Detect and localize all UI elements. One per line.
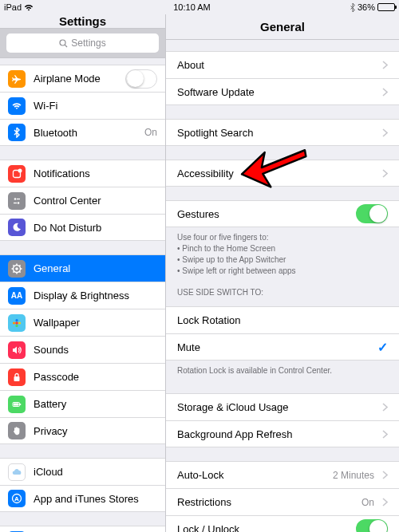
row-gestures[interactable]: Gestures bbox=[166, 200, 399, 227]
sidebar-item-passcode[interactable]: Passcode bbox=[0, 363, 165, 390]
chevron-right-icon bbox=[382, 430, 388, 439]
lock-icon bbox=[8, 368, 26, 386]
search-wrap: Settings bbox=[0, 29, 165, 58]
label-privacy: Privacy bbox=[34, 425, 157, 437]
chevron-right-icon bbox=[382, 498, 388, 506]
label-general: General bbox=[34, 262, 157, 274]
label-lockrot: Lock Rotation bbox=[177, 314, 388, 326]
toggle-airplane[interactable] bbox=[125, 69, 157, 89]
bluetooth-icon bbox=[350, 3, 355, 12]
chevron-right-icon bbox=[382, 128, 388, 137]
row-about[interactable]: About bbox=[166, 51, 399, 78]
svg-point-9 bbox=[15, 267, 18, 270]
sidebar-item-icloud[interactable]: iCloud bbox=[0, 458, 165, 485]
label-airplane: Airplane Mode bbox=[34, 73, 117, 85]
batt-icon bbox=[8, 396, 26, 413]
sidebar-item-wallpaper[interactable]: Wallpaper bbox=[0, 309, 165, 336]
sidebar-item-airplane[interactable]: Airplane Mode bbox=[0, 65, 165, 92]
toggle-lockunlock[interactable] bbox=[356, 519, 388, 532]
sidebar-item-wifi[interactable]: Wi-Fi bbox=[0, 92, 165, 119]
label-bluetooth: Bluetooth bbox=[34, 127, 136, 139]
section-header: USE SIDE SWITCH TO: bbox=[166, 280, 399, 300]
row-restrictions[interactable]: RestrictionsOn bbox=[166, 488, 399, 515]
battery-pct: 36% bbox=[358, 2, 375, 12]
sidebar-item-dnd[interactable]: Do Not Disturb bbox=[0, 214, 165, 241]
toggle-gestures[interactable] bbox=[356, 204, 388, 223]
wifi-icon bbox=[8, 97, 26, 115]
sidebar-item-display[interactable]: AADisplay & Brightness bbox=[0, 282, 165, 309]
label-display: Display & Brightness bbox=[34, 290, 157, 301]
wifi-icon bbox=[24, 4, 34, 11]
search-icon bbox=[59, 39, 68, 48]
sidebar-item-privacy[interactable]: Privacy bbox=[0, 417, 165, 444]
svg-rect-26 bbox=[20, 404, 21, 405]
row-bgrefresh[interactable]: Background App Refresh bbox=[166, 420, 399, 447]
svg-rect-25 bbox=[14, 403, 19, 405]
bt-icon bbox=[8, 124, 26, 141]
label-dnd: Do Not Disturb bbox=[34, 222, 157, 234]
label-storage: Storage & iCloud Usage bbox=[177, 401, 374, 413]
label-wifi: Wi-Fi bbox=[34, 100, 149, 112]
chevron-right-icon bbox=[382, 88, 388, 97]
svg-rect-23 bbox=[14, 376, 20, 381]
chevron-right-icon bbox=[382, 471, 388, 479]
search-placeholder: Settings bbox=[71, 37, 105, 49]
row-update[interactable]: Software Update bbox=[166, 78, 399, 105]
label-lockunlock: Lock / Unlock bbox=[177, 523, 348, 533]
label-notifications: Notifications bbox=[34, 167, 157, 179]
value-autolock: 2 Minutes bbox=[333, 470, 374, 481]
row-accessibility[interactable]: Accessibility bbox=[166, 160, 399, 187]
AA-icon: AA bbox=[8, 287, 26, 305]
clock: 10:10 AM bbox=[173, 2, 210, 12]
label-gestures: Gestures bbox=[177, 208, 348, 220]
section-footer: Use four or five fingers to:• Pinch to t… bbox=[166, 227, 399, 280]
detail-title: General bbox=[166, 14, 399, 40]
sidebar-item-control-center[interactable]: Control Center bbox=[0, 187, 165, 214]
detail-pane: General AboutSoftware UpdateSpotlight Se… bbox=[166, 14, 399, 532]
svg-line-14 bbox=[13, 265, 14, 266]
sidebar-item-bluetooth[interactable]: BluetoothOn bbox=[0, 119, 165, 146]
label-control-center: Control Center bbox=[34, 195, 157, 207]
chevron-right-icon bbox=[382, 61, 388, 69]
svg-line-16 bbox=[19, 265, 21, 266]
sidebar-item-battery[interactable]: Battery bbox=[0, 390, 165, 417]
svg-point-22 bbox=[13, 321, 15, 324]
label-accessibility: Accessibility bbox=[177, 167, 374, 179]
svg-point-6 bbox=[18, 202, 20, 204]
row-mute[interactable]: Mute✓ bbox=[166, 333, 399, 361]
row-storage[interactable]: Storage & iCloud Usage bbox=[166, 393, 399, 420]
svg-line-1 bbox=[65, 45, 68, 47]
chevron-right-icon bbox=[382, 169, 388, 178]
row-autolock[interactable]: Auto-Lock2 Minutes bbox=[166, 461, 399, 488]
search-input[interactable]: Settings bbox=[6, 33, 159, 53]
device-label: iPad bbox=[4, 2, 22, 12]
flower-icon bbox=[8, 314, 26, 332]
label-update: Software Update bbox=[177, 86, 374, 98]
sidebar-item-general[interactable]: General bbox=[0, 254, 165, 282]
label-sounds: Sounds bbox=[34, 344, 157, 356]
row-spotlight[interactable]: Spotlight Search bbox=[166, 119, 399, 146]
cc-icon bbox=[8, 192, 26, 210]
value-bluetooth: On bbox=[144, 127, 157, 138]
section-footer: Rotation Lock is available in Control Ce… bbox=[166, 361, 399, 380]
sound-icon bbox=[8, 341, 26, 359]
cloud-icon bbox=[8, 463, 26, 481]
sidebar-item-notifications[interactable]: Notifications bbox=[0, 160, 165, 187]
notif-icon bbox=[8, 165, 26, 183]
label-bgrefresh: Background App Refresh bbox=[177, 428, 374, 440]
check-icon: ✓ bbox=[377, 340, 388, 355]
row-lockunlock[interactable]: Lock / Unlock bbox=[166, 515, 399, 532]
value-restrictions: On bbox=[361, 497, 374, 508]
sidebar-item-sounds[interactable]: Sounds bbox=[0, 336, 165, 363]
svg-line-15 bbox=[19, 270, 21, 272]
sidebar-item-stores[interactable]: AApp and iTunes Stores bbox=[0, 485, 165, 512]
sidebar-title: Settings bbox=[0, 14, 165, 29]
sidebar-item-mail[interactable]: Mail, Contacts, Calendars bbox=[0, 526, 165, 532]
svg-point-19 bbox=[15, 318, 18, 321]
label-wallpaper: Wallpaper bbox=[34, 317, 157, 329]
row-lockrot[interactable]: Lock Rotation bbox=[166, 306, 399, 333]
label-battery: Battery bbox=[34, 398, 157, 410]
svg-point-3 bbox=[18, 168, 22, 172]
status-bar: iPad 10:10 AM 36% bbox=[0, 0, 399, 14]
gear-icon bbox=[8, 260, 26, 278]
